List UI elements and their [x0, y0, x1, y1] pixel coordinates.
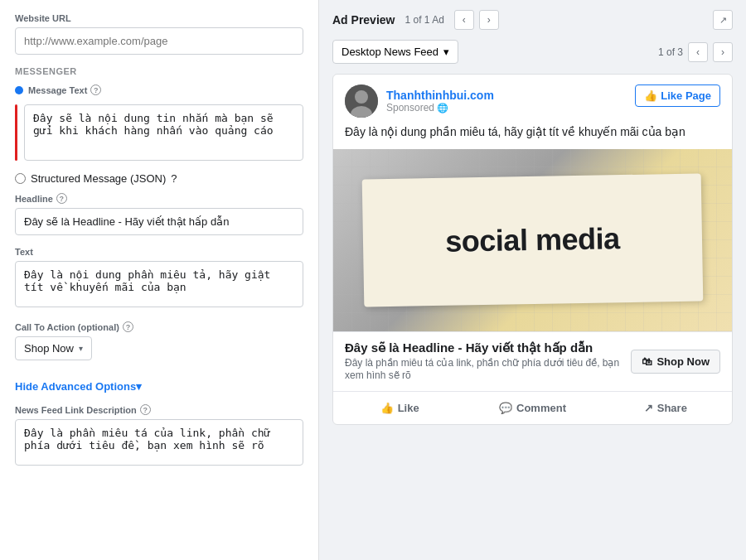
- shop-icon: 🛍: [642, 355, 652, 368]
- shop-now-button[interactable]: 🛍 Shop Now: [631, 350, 720, 374]
- next-slide-button[interactable]: ›: [713, 42, 733, 62]
- ad-bottom: Đây sẽ là Headline - Hãy viết thật hấp d…: [333, 331, 732, 424]
- structured-message-radio[interactable]: [15, 173, 26, 184]
- prev-ad-button[interactable]: ‹: [454, 10, 474, 30]
- text-input[interactable]: Đây là nội dung phần miêu tả, hãy giật t…: [15, 261, 303, 307]
- ad-actions: 👍 Like 💬 Comment ↗ Share: [333, 392, 732, 424]
- hide-advanced-link[interactable]: Hide Advanced Options▾: [15, 380, 142, 393]
- desktop-selector-label: Desktop News Feed: [342, 46, 438, 58]
- message-text-input[interactable]: Đây sẽ là nội dung tin nhắn mà bạn sẽ gử…: [24, 104, 303, 161]
- ad-card-header: Thanhthinhbui.com Sponsored 🌐 👍 Like Pag…: [333, 75, 732, 124]
- right-panel: Ad Preview 1 of 1 Ad ‹ › ↗ Desktop News …: [319, 0, 746, 560]
- desktop-selector-button[interactable]: Desktop News Feed ▾: [332, 40, 458, 64]
- red-bar: [15, 104, 17, 161]
- preview-controls: Desktop News Feed ▾ 1 of 3 ‹ ›: [332, 40, 733, 64]
- ad-link-desc: Đây là phần miêu tá của link, phần chữ p…: [345, 357, 622, 383]
- next-ad-button[interactable]: ›: [479, 10, 499, 30]
- headline-info-icon[interactable]: ?: [56, 193, 67, 204]
- ad-cta-row: Đây sẽ là Headline - Hãy viết thật hấp d…: [333, 332, 732, 392]
- structured-message-row: Structured Message (JSON) ?: [15, 172, 303, 185]
- ad-headline: Đây sẽ là Headline - Hãy viết thật hấp d…: [345, 340, 622, 355]
- text-group: Text Đây là nội dung phần miêu tả, hãy g…: [15, 247, 303, 310]
- message-text-label: Message Text ?: [28, 84, 101, 95]
- like-page-button[interactable]: 👍 Like Page: [635, 84, 720, 107]
- news-feed-link-info-icon[interactable]: ?: [140, 404, 151, 415]
- torn-paper: social media: [362, 173, 703, 307]
- share-action-button[interactable]: ↗ Share: [599, 395, 732, 421]
- headline-label: Headline ?: [15, 193, 303, 204]
- preview-header: Ad Preview 1 of 1 Ad ‹ › ↗: [332, 10, 733, 30]
- preview-title: Ad Preview: [332, 13, 395, 27]
- desktop-selector-chevron-icon: ▾: [443, 46, 449, 58]
- preview-count: 1 of 1 Ad: [404, 14, 443, 26]
- of-3-count: 1 of 3: [658, 46, 683, 58]
- left-panel: Website URL MESSENGER Message Text ? Đây…: [0, 0, 319, 560]
- ad-profile: Thanhthinhbui.com Sponsored 🌐: [345, 84, 494, 118]
- like-icon: 👍: [380, 402, 394, 414]
- headline-input[interactable]: [15, 208, 303, 235]
- ad-image: social media: [333, 149, 732, 331]
- like-page-thumb-icon: 👍: [644, 89, 657, 102]
- avatar: [345, 84, 378, 118]
- comment-action-button[interactable]: 💬 Comment: [466, 395, 598, 421]
- cta-value: Shop Now: [24, 342, 74, 355]
- website-url-input[interactable]: [15, 27, 303, 55]
- share-icon: ↗: [644, 402, 653, 414]
- cta-select[interactable]: Shop Now ▾: [15, 336, 92, 360]
- ad-card: Thanhthinhbui.com Sponsored 🌐 👍 Like Pag…: [332, 74, 733, 425]
- structured-message-info-icon[interactable]: ?: [171, 172, 177, 185]
- cta-group: Call To Action (optional) ? Shop Now ▾: [15, 321, 303, 360]
- cta-label: Call To Action (optional) ?: [15, 321, 303, 332]
- text-label: Text: [15, 247, 303, 257]
- of-3-nav: 1 of 3 ‹ ›: [658, 42, 733, 62]
- cta-info-icon[interactable]: ?: [123, 321, 133, 332]
- message-text-group: Message Text ? Đây sẽ là nội dung tin nh…: [15, 84, 303, 161]
- prev-slide-button[interactable]: ‹: [688, 42, 708, 62]
- social-media-text: social media: [445, 221, 620, 259]
- globe-icon: 🌐: [437, 103, 448, 113]
- ad-page-name[interactable]: Thanhthinhbui.com: [386, 89, 494, 103]
- like-action-button[interactable]: 👍 Like: [333, 395, 466, 421]
- news-feed-link-group: News Feed Link Description ? Đây là phần…: [15, 404, 303, 468]
- svg-point-1: [355, 90, 368, 104]
- message-text-info-icon[interactable]: ?: [90, 84, 101, 95]
- ad-sponsored: Sponsored 🌐: [386, 102, 494, 113]
- structured-message-label: Structured Message (JSON): [31, 172, 166, 185]
- ad-body-text: Đây là nội dung phần miêu tá, hãy giật t…: [333, 124, 732, 149]
- news-feed-link-input[interactable]: Đây là phần miêu tá của link, phần chữ p…: [15, 419, 303, 466]
- headline-group: Headline ?: [15, 193, 303, 235]
- website-url-label: Website URL: [15, 13, 303, 23]
- news-feed-link-label: News Feed Link Description ?: [15, 404, 303, 415]
- website-url-group: Website URL: [15, 13, 303, 55]
- cta-chevron-icon: ▾: [79, 344, 83, 353]
- messenger-section-header: MESSENGER: [15, 66, 303, 76]
- preview-nav: ‹ ›: [454, 10, 499, 30]
- bullet-dot-icon: [15, 86, 23, 94]
- external-link-button[interactable]: ↗: [713, 10, 733, 30]
- comment-icon: 💬: [499, 402, 512, 414]
